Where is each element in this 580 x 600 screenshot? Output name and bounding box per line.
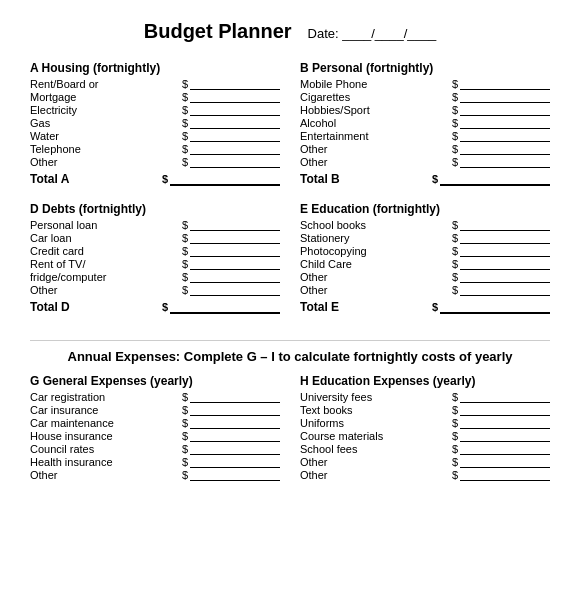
amount-line[interactable] <box>190 245 280 257</box>
dollar-sign: $ <box>452 219 458 231</box>
amount-line[interactable] <box>460 258 550 270</box>
amount-line[interactable] <box>460 130 550 142</box>
list-item: Other$ <box>300 456 550 468</box>
dollar-sign: $ <box>452 404 458 416</box>
item-label: Hobbies/Sport <box>300 104 452 116</box>
amount-line[interactable] <box>190 469 280 481</box>
amount-line[interactable] <box>460 456 550 468</box>
item-label: Cigarettes <box>300 91 452 103</box>
amount-line[interactable] <box>460 78 550 90</box>
amount-line[interactable] <box>460 404 550 416</box>
item-label: Car insurance <box>30 404 182 416</box>
item-label: Other <box>300 156 452 168</box>
amount-line[interactable] <box>190 219 280 231</box>
amount-line[interactable] <box>460 91 550 103</box>
item-label: Rent/Board or <box>30 78 182 90</box>
section-g-title: G General Expenses (yearly) <box>30 374 280 388</box>
list-item: Hobbies/Sport$ <box>300 104 550 116</box>
item-label: Personal loan <box>30 219 182 231</box>
amount-line[interactable] <box>460 284 550 296</box>
amount-line[interactable] <box>460 219 550 231</box>
list-item: Mobile Phone$ <box>300 78 550 90</box>
item-label: Car registration <box>30 391 182 403</box>
dollar-sign: $ <box>182 104 188 116</box>
list-item: Electricity$ <box>30 104 280 116</box>
list-item: Car maintenance$ <box>30 417 280 429</box>
section-b-title: B Personal (fortnightly) <box>300 61 550 75</box>
dollar-sign: $ <box>452 156 458 168</box>
dollar-sign: $ <box>452 91 458 103</box>
list-item: Photocopying$ <box>300 245 550 257</box>
list-item: Course materials$ <box>300 430 550 442</box>
amount-line[interactable] <box>460 104 550 116</box>
list-item: Other$ <box>300 271 550 283</box>
amount-line[interactable] <box>190 258 280 270</box>
dollar-sign: $ <box>452 245 458 257</box>
section-d: D Debts (fortnightly) Personal loan$Car … <box>30 202 280 316</box>
dollar-sign: $ <box>452 430 458 442</box>
amount-line[interactable] <box>460 443 550 455</box>
dollar-sign: $ <box>182 430 188 442</box>
dollar-sign: $ <box>452 271 458 283</box>
amount-line[interactable] <box>190 91 280 103</box>
item-label: Gas <box>30 117 182 129</box>
amount-line[interactable] <box>460 417 550 429</box>
amount-line[interactable] <box>460 469 550 481</box>
amount-line[interactable] <box>190 284 280 296</box>
item-label: Electricity <box>30 104 182 116</box>
amount-line[interactable] <box>190 456 280 468</box>
item-label: Photocopying <box>300 245 452 257</box>
amount-line[interactable] <box>190 130 280 142</box>
amount-line[interactable] <box>190 430 280 442</box>
list-item: Telephone$ <box>30 143 280 155</box>
list-item: Child Care$ <box>300 258 550 270</box>
amount-line[interactable] <box>460 391 550 403</box>
dollar-sign: $ <box>452 443 458 455</box>
amount-line[interactable] <box>190 404 280 416</box>
item-label: Car loan <box>30 232 182 244</box>
amount-line[interactable] <box>460 143 550 155</box>
item-label: Text books <box>300 404 452 416</box>
list-item: Alcohol$ <box>300 117 550 129</box>
amount-line[interactable] <box>190 143 280 155</box>
amount-line[interactable] <box>190 104 280 116</box>
dollar-sign: $ <box>182 443 188 455</box>
dollar-sign: $ <box>182 156 188 168</box>
list-item: Other$ <box>30 156 280 168</box>
amount-line[interactable] <box>460 232 550 244</box>
annual-banner: Annual Expenses: Complete G – I to calcu… <box>30 340 550 364</box>
dollar-sign: $ <box>182 91 188 103</box>
amount-line[interactable] <box>190 443 280 455</box>
item-label: Water <box>30 130 182 142</box>
amount-line[interactable] <box>190 78 280 90</box>
item-label: Alcohol <box>300 117 452 129</box>
dollar-sign: $ <box>182 117 188 129</box>
dollar-sign: $ <box>452 284 458 296</box>
amount-line[interactable] <box>190 271 280 283</box>
amount-line[interactable] <box>190 232 280 244</box>
list-item: Rent/Board or$ <box>30 78 280 90</box>
dollar-sign: $ <box>182 78 188 90</box>
amount-line[interactable] <box>190 156 280 168</box>
dollar-sign: $ <box>182 417 188 429</box>
list-item: Health insurance$ <box>30 456 280 468</box>
dollar-sign: $ <box>182 456 188 468</box>
dollar-sign: $ <box>452 143 458 155</box>
amount-line[interactable] <box>190 417 280 429</box>
item-label: Health insurance <box>30 456 182 468</box>
list-item: Car loan$ <box>30 232 280 244</box>
amount-line[interactable] <box>190 117 280 129</box>
list-item: Personal loan$ <box>30 219 280 231</box>
amount-line[interactable] <box>460 117 550 129</box>
amount-line[interactable] <box>190 391 280 403</box>
dollar-sign: $ <box>452 104 458 116</box>
item-label: Uniforms <box>300 417 452 429</box>
amount-line[interactable] <box>460 271 550 283</box>
amount-line[interactable] <box>460 430 550 442</box>
section-a-total: Total A $ <box>30 172 280 186</box>
list-item: Car registration$ <box>30 391 280 403</box>
amount-line[interactable] <box>460 245 550 257</box>
list-item: Other$ <box>300 143 550 155</box>
amount-line[interactable] <box>460 156 550 168</box>
dollar-sign: $ <box>182 258 188 270</box>
